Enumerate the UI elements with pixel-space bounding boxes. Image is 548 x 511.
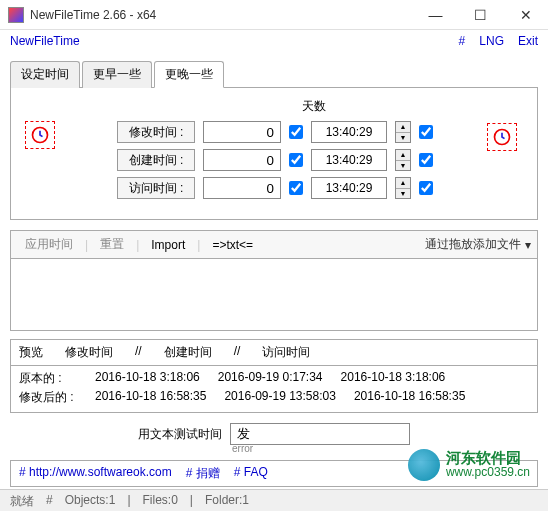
separator: | xyxy=(136,238,139,252)
access-time-checkbox[interactable] xyxy=(419,181,433,195)
preview-header-sep: // xyxy=(234,344,241,361)
preview-header-mod: 修改时间 xyxy=(65,344,113,361)
access-time-label: 访问时间 : xyxy=(117,177,195,199)
apply-time-button[interactable]: 应用时间 xyxy=(17,234,81,255)
clock-left-icon[interactable] xyxy=(25,121,55,149)
window-title: NewFileTime 2.66 - x64 xyxy=(30,8,413,22)
access-days-checkbox[interactable] xyxy=(289,181,303,195)
after-mod-value: 2016-10-18 16:58:35 xyxy=(95,389,206,406)
dragdrop-chevron-icon[interactable]: ▾ xyxy=(525,238,531,252)
status-sep2: | xyxy=(127,493,130,510)
reset-button[interactable]: 重置 xyxy=(92,234,132,255)
tab-set-time[interactable]: 设定时间 xyxy=(10,61,80,88)
status-folder: Folder:1 xyxy=(205,493,249,510)
original-acc-value: 2016-10-18 3:18:06 xyxy=(341,370,446,387)
menu-lng[interactable]: LNG xyxy=(479,34,504,48)
create-time-spinner[interactable]: ▲▼ xyxy=(395,149,411,171)
footer-link-faq[interactable]: # FAQ xyxy=(234,465,268,482)
after-cre-value: 2016-09-19 13:58:03 xyxy=(224,389,335,406)
status-sep3: | xyxy=(190,493,193,510)
modify-time-value[interactable]: 13:40:29 xyxy=(311,121,387,143)
watermark: 河东软件园 www.pc0359.cn xyxy=(408,449,530,481)
test-time-input[interactable] xyxy=(230,423,410,445)
test-time-label: 用文本测试时间 xyxy=(138,426,222,443)
app-icon xyxy=(8,7,24,23)
status-ready: 就绪 xyxy=(10,493,34,510)
menu-exit[interactable]: Exit xyxy=(518,34,538,48)
modify-days-checkbox[interactable] xyxy=(289,125,303,139)
dragdrop-label[interactable]: 通过拖放添加文件 xyxy=(425,236,521,253)
tab-earlier[interactable]: 更早一些 xyxy=(82,61,152,88)
menu-hash[interactable]: # xyxy=(459,34,466,48)
status-objects: Objects:1 xyxy=(65,493,116,510)
status-sep: # xyxy=(46,493,53,510)
original-cre-value: 2016-09-19 0:17:34 xyxy=(218,370,323,387)
status-files: Files:0 xyxy=(143,493,178,510)
watermark-url: www.pc0359.cn xyxy=(446,465,530,479)
create-time-checkbox[interactable] xyxy=(419,153,433,167)
days-header: 天数 xyxy=(25,98,523,115)
create-time-label: 创建时间 : xyxy=(117,149,195,171)
access-time-value[interactable]: 13:40:29 xyxy=(311,177,387,199)
access-time-spinner[interactable]: ▲▼ xyxy=(395,177,411,199)
minimize-button[interactable]: — xyxy=(413,0,458,30)
create-days-checkbox[interactable] xyxy=(289,153,303,167)
modify-time-label: 修改时间 : xyxy=(117,121,195,143)
access-days-input[interactable] xyxy=(203,177,281,199)
separator: | xyxy=(197,238,200,252)
after-acc-value: 2016-10-18 16:58:35 xyxy=(354,389,465,406)
import-button[interactable]: Import xyxy=(143,236,193,254)
modify-time-checkbox[interactable] xyxy=(419,125,433,139)
create-time-value[interactable]: 13:40:29 xyxy=(311,149,387,171)
footer-link-site[interactable]: # http://www.softwareok.com xyxy=(19,465,172,482)
close-button[interactable]: ✕ xyxy=(503,0,548,30)
preview-header-label: 预览 xyxy=(19,344,43,361)
preview-header-cre: 创建时间 xyxy=(164,344,212,361)
maximize-button[interactable]: ☐ xyxy=(458,0,503,30)
after-row-label: 修改后的 : xyxy=(19,389,77,406)
tab-later[interactable]: 更晚一些 xyxy=(154,61,224,88)
modify-time-spinner[interactable]: ▲▼ xyxy=(395,121,411,143)
modify-days-input[interactable] xyxy=(203,121,281,143)
txt-button[interactable]: =>txt<= xyxy=(204,236,261,254)
file-list-area[interactable] xyxy=(10,259,538,331)
preview-header-acc: 访问时间 xyxy=(262,344,310,361)
menu-app[interactable]: NewFileTime xyxy=(10,34,80,48)
original-row-label: 原本的 : xyxy=(19,370,77,387)
clock-right-icon[interactable] xyxy=(487,123,517,151)
preview-header-sep: // xyxy=(135,344,142,361)
original-mod-value: 2016-10-18 3:18:06 xyxy=(95,370,200,387)
separator: | xyxy=(85,238,88,252)
watermark-cn: 河东软件园 xyxy=(446,451,530,465)
create-days-input[interactable] xyxy=(203,149,281,171)
footer-link-donate[interactable]: # 捐赠 xyxy=(186,465,220,482)
watermark-logo-icon xyxy=(408,449,440,481)
